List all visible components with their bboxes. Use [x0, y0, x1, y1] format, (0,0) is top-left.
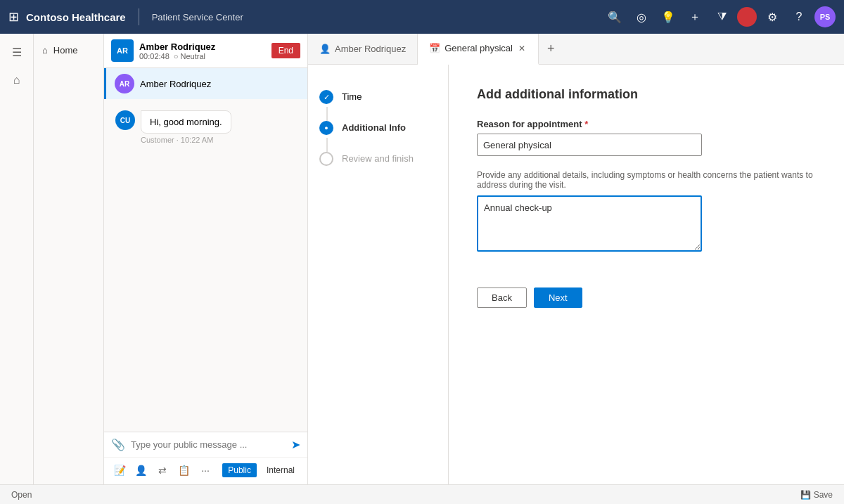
calendar-tab-icon: 📅 — [429, 43, 440, 53]
reason-label-text: Reason for appointment — [477, 119, 582, 129]
plus-icon[interactable]: ＋ — [684, 6, 706, 28]
bottom-bar: Open 💾 Save — [0, 484, 844, 504]
step-circle-additional: ● — [319, 121, 333, 135]
chat-area: CU Hi, good morning. Customer · 10:22 AM… — [104, 99, 307, 484]
step-label-review: Review and finish — [342, 152, 414, 164]
grid-icon[interactable]: ⊞ — [8, 9, 19, 25]
nav-divider — [139, 8, 139, 25]
user-avatar[interactable]: PS — [814, 6, 836, 27]
home-nav-item[interactable]: ⌂ Home — [34, 39, 103, 61]
home-icon-small: ⌂ — [42, 45, 48, 56]
chat-bubble: Hi, good morning. — [141, 110, 231, 134]
chat-input[interactable] — [131, 439, 286, 450]
step-label-time: Time — [342, 90, 362, 102]
save-icon: 💾 — [800, 490, 811, 500]
settings-icon[interactable]: ⚙ — [761, 6, 784, 28]
brand: Contoso Healthcare — [26, 11, 126, 23]
contact-header: AR Amber Rodriquez 00:02:48 ○ Neutral En… — [104, 34, 307, 68]
status-label: Neutral — [180, 52, 205, 60]
chat-toolbar: 📝 👤 ⇄ 📋 ··· Public Internal — [104, 457, 307, 484]
cu-initials: CU — [120, 117, 130, 124]
chat-message-text: Hi, good morning. — [150, 117, 222, 127]
content-area: ✓ Time ● Additional Info Review and fini… — [308, 65, 844, 484]
contact-status: ○ Neutral — [174, 52, 205, 60]
wizard-step-review: Review and finish — [319, 143, 437, 174]
wizard-sidebar: ✓ Time ● Additional Info Review and fini… — [308, 65, 449, 484]
neutral-icon: ○ — [174, 52, 179, 60]
tab-amber[interactable]: 👤 Amber Rodriquez — [308, 34, 418, 65]
tabs-bar: 👤 Amber Rodriquez 📅 General physical ✕ + — [308, 34, 844, 65]
form-title: Add additional information — [477, 87, 816, 102]
step-circle-time: ✓ — [319, 90, 333, 104]
form-content: Add additional information Reason for ap… — [449, 65, 844, 484]
wizard-step-additional: ● Additional Info — [319, 112, 437, 143]
next-button[interactable]: Next — [534, 287, 582, 308]
chat-bubble-inner: Hi, good morning. Customer · 10:22 AM — [141, 110, 231, 144]
ar-initials: AR — [120, 80, 129, 88]
contact-timer: 00:02:48 — [139, 52, 170, 60]
reason-label: Reason for appointment * — [477, 119, 816, 129]
search-icon[interactable]: 🔍 — [603, 6, 626, 28]
person-tab-icon: 👤 — [319, 44, 331, 54]
public-button[interactable]: Public — [222, 463, 257, 477]
more-icon[interactable]: ··· — [197, 460, 214, 480]
brand-name: Contoso Healthcare — [26, 11, 126, 23]
chat-time: Customer · 10:22 AM — [141, 136, 231, 144]
details-textarea[interactable]: Annual check-up — [477, 195, 702, 252]
filter-icon[interactable]: ⧩ — [710, 6, 733, 28]
step-circle-review — [319, 152, 333, 166]
back-button[interactable]: Back — [477, 287, 527, 308]
contact-list-name: Amber Rodriquez — [140, 79, 211, 89]
contact-panel: AR Amber Rodriquez 00:02:48 ○ Neutral En… — [104, 34, 308, 484]
contact-name: Amber Rodriquez — [139, 41, 266, 52]
required-star: * — [584, 119, 588, 129]
chat-input-row: 📎 ➤ — [104, 432, 307, 457]
transfer-icon[interactable]: ⇄ — [154, 460, 171, 480]
home-icon[interactable]: ⌂ — [4, 67, 30, 93]
hamburger-icon[interactable]: ☰ — [4, 39, 30, 65]
details-field-group: Provide any additional details, includin… — [477, 170, 816, 254]
main-layout: ☰ ⌂ ⌂ Home AR Amber Rodriquez 00:02:48 ○… — [0, 34, 844, 484]
details-description: Provide any additional details, includin… — [477, 170, 816, 190]
contact-info: Amber Rodriquez 00:02:48 ○ Neutral — [139, 41, 266, 60]
tab-general-physical[interactable]: 📅 General physical ✕ — [418, 34, 539, 65]
open-label: Open — [11, 490, 32, 500]
ar-avatar: AR — [115, 74, 134, 93]
lightbulb-icon[interactable]: 💡 — [657, 6, 679, 28]
attachment-icon[interactable]: 📎 — [111, 438, 125, 451]
save-label: Save — [814, 490, 833, 500]
send-icon[interactable]: ➤ — [291, 438, 300, 451]
target-icon[interactable]: ◎ — [630, 6, 653, 28]
left-nav: ⌂ Home — [34, 34, 104, 484]
avatar-initials: PS — [820, 13, 831, 21]
end-call-button[interactable]: End — [271, 43, 300, 58]
chat-input-area: 📎 ➤ 📝 👤 ⇄ 📋 ··· Public Internal — [104, 432, 307, 484]
notification-badge[interactable] — [737, 7, 757, 27]
chat-message-row: CU Hi, good morning. Customer · 10:22 AM — [115, 110, 296, 144]
person-icon[interactable]: 👤 — [132, 460, 149, 480]
contact-avatar: AR — [111, 39, 134, 62]
internal-button[interactable]: Internal — [261, 463, 300, 477]
wizard-step-time: ✓ Time — [319, 82, 437, 112]
note-icon[interactable]: 📋 — [175, 460, 192, 480]
tab2-label: General physical — [445, 43, 513, 53]
tab1-label: Amber Rodriquez — [335, 44, 406, 54]
nav-icons: 🔍 ◎ 💡 ＋ ⧩ ⚙ ? PS — [603, 6, 836, 28]
save-button-bar[interactable]: 💾 Save — [800, 490, 833, 500]
home-label: Home — [53, 45, 78, 56]
form-buttons: Back Next — [477, 287, 816, 308]
tabs-panel: 👤 Amber Rodriquez 📅 General physical ✕ +… — [308, 34, 844, 484]
reason-field-group: Reason for appointment * — [477, 119, 816, 156]
left-sidebar: ☰ ⌂ — [0, 34, 34, 484]
tab-close-button[interactable]: ✕ — [517, 42, 527, 55]
chat-messages: CU Hi, good morning. Customer · 10:22 AM — [104, 99, 307, 432]
help-icon[interactable]: ? — [788, 6, 810, 28]
top-navbar: ⊞ Contoso Healthcare Patient Service Cen… — [0, 0, 844, 34]
contact-list-item[interactable]: AR Amber Rodriquez — [104, 68, 307, 99]
tab-add-button[interactable]: + — [539, 34, 563, 65]
step-label-additional: Additional Info — [342, 121, 406, 133]
format-icon[interactable]: 📝 — [111, 460, 128, 480]
service-name: Patient Service Center — [152, 12, 243, 22]
reason-input[interactable] — [477, 134, 702, 156]
chat-user-avatar: CU — [115, 110, 135, 130]
